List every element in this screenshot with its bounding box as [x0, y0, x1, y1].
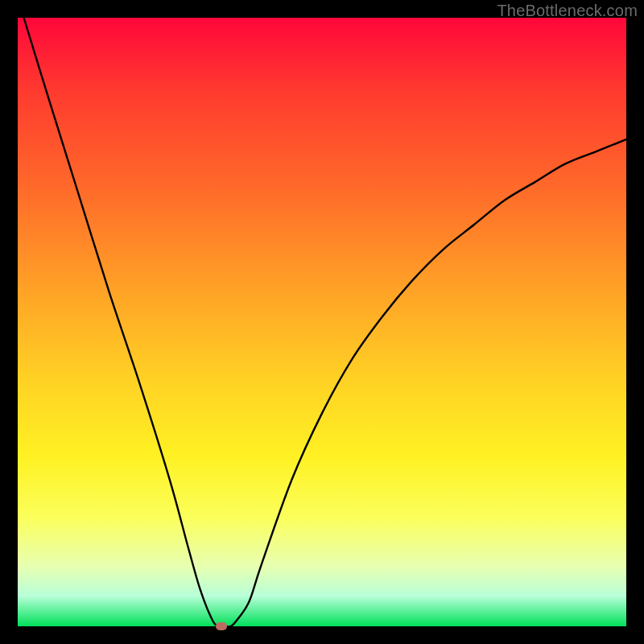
- chart-frame: TheBottleneck.com: [0, 0, 644, 644]
- optimum-marker: [216, 622, 227, 630]
- bottleneck-curve: [18, 18, 626, 626]
- plot-area: [18, 18, 626, 626]
- watermark-text: TheBottleneck.com: [497, 2, 638, 20]
